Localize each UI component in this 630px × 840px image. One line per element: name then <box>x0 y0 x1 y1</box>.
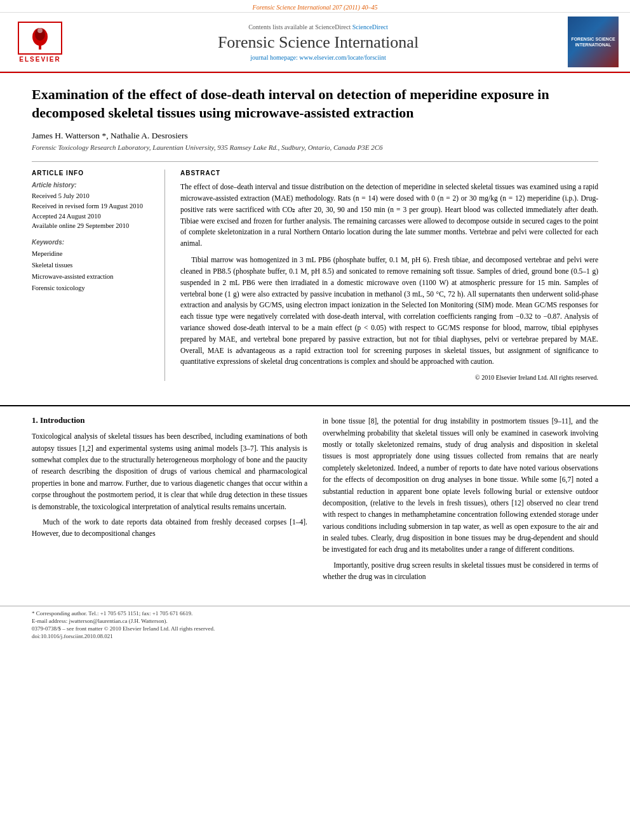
journal-title: Forensic Science International <box>69 33 568 52</box>
abstract-heading: ABSTRACT <box>180 170 598 177</box>
intro-paragraph-3: in bone tissue [8], the potential for dr… <box>323 415 598 556</box>
elsevier-logo: ELSEVIER <box>11 22 69 63</box>
article-history-block: Article history: Received 5 July 2010 Re… <box>32 182 154 231</box>
intro-paragraph-4: Importantly, positive drug screen result… <box>323 559 598 583</box>
elsevier-wordmark: ELSEVIER <box>19 56 60 63</box>
abstract-paragraph-1: The effect of dose–death interval and ti… <box>180 182 598 250</box>
history-heading: Article history: <box>32 182 154 189</box>
intro-paragraph-1: Toxicological analysis of skeletal tissu… <box>32 430 307 512</box>
received-date: Received 5 July 2010 <box>32 191 154 201</box>
abstract-column: ABSTRACT The effect of dose–death interv… <box>180 170 598 381</box>
journal-top-bar: Forensic Science International 207 (2011… <box>0 3 630 12</box>
elsevier-logo-box <box>18 22 62 55</box>
svg-point-4 <box>37 28 43 33</box>
section1-title: 1. Introduction <box>32 415 307 425</box>
received-revised-date: Received in revised form 19 August 2010 <box>32 201 154 211</box>
article-info-column: ARTICLE INFO Article history: Received 5… <box>32 170 165 381</box>
authors: James H. Watterson *, Nathalie A. Desros… <box>32 131 598 141</box>
accepted-date: Accepted 24 August 2010 <box>32 211 154 222</box>
keywords-heading: Keywords: <box>32 239 154 246</box>
keyword-forensic: Forensic toxicology <box>32 283 154 294</box>
footer-email: E-mail address: jwatterson@laurentian.ca… <box>32 618 598 624</box>
affiliation: Forensic Toxicology Research Laboratory,… <box>32 143 598 151</box>
journal-center: Contents lists available at ScienceDirec… <box>69 23 568 61</box>
footer-corresponding: * Corresponding author. Tel.: +1 705 675… <box>32 610 598 617</box>
body-content: 1. Introduction Toxicological analysis o… <box>0 406 630 599</box>
footer-issn: 0379-0738/$ – see front matter © 2010 El… <box>32 625 598 632</box>
journal-thumbnail: FORENSIC SCIENCE INTERNATIONAL <box>568 17 619 67</box>
body-right-text: in bone tissue [8], the potential for dr… <box>323 415 598 582</box>
keywords-list: Meperidine Skeletal tissues Microwave-as… <box>32 248 154 293</box>
article-header: Examination of the effect of dose-death … <box>0 73 630 394</box>
copyright-line: © 2010 Elsevier Ireland Ltd. All rights … <box>180 374 598 381</box>
journal-homepage: journal homepage: www.elsevier.com/locat… <box>69 54 568 61</box>
body-left-column: 1. Introduction Toxicological analysis o… <box>32 415 307 586</box>
keywords-block: Keywords: Meperidine Skeletal tissues Mi… <box>32 239 154 293</box>
keyword-skeletal: Skeletal tissues <box>32 260 154 271</box>
footer-doi: doi:10.1016/j.forsciint.2010.08.021 <box>32 633 598 639</box>
intro-paragraph-2: Much of the work to date reports data ob… <box>32 516 307 540</box>
sciencedirect-link: Contents lists available at ScienceDirec… <box>69 23 568 30</box>
body-right-column: in bone tissue [8], the potential for dr… <box>323 415 598 586</box>
two-column-layout: ARTICLE INFO Article history: Received 5… <box>32 161 598 381</box>
keyword-mae: Microwave-assisted extraction <box>32 271 154 283</box>
journal-header: Forensic Science International 207 (2011… <box>0 0 630 73</box>
available-online-date: Available online 29 September 2010 <box>32 221 154 231</box>
abstract-paragraph-2: Tibial marrow was homogenized in 3 mL PB… <box>180 255 598 368</box>
journal-meta-row: ELSEVIER Contents lists available at Sci… <box>0 12 630 72</box>
footer-area: * Corresponding author. Tel.: +1 705 675… <box>0 606 630 644</box>
body-left-text: Toxicological analysis of skeletal tissu… <box>32 430 307 540</box>
abstract-text: The effect of dose–death interval and ti… <box>180 182 598 368</box>
article-info-heading: ARTICLE INFO <box>32 170 154 177</box>
article-title: Examination of the effect of dose-death … <box>32 86 598 122</box>
keyword-meperidine: Meperidine <box>32 248 154 260</box>
